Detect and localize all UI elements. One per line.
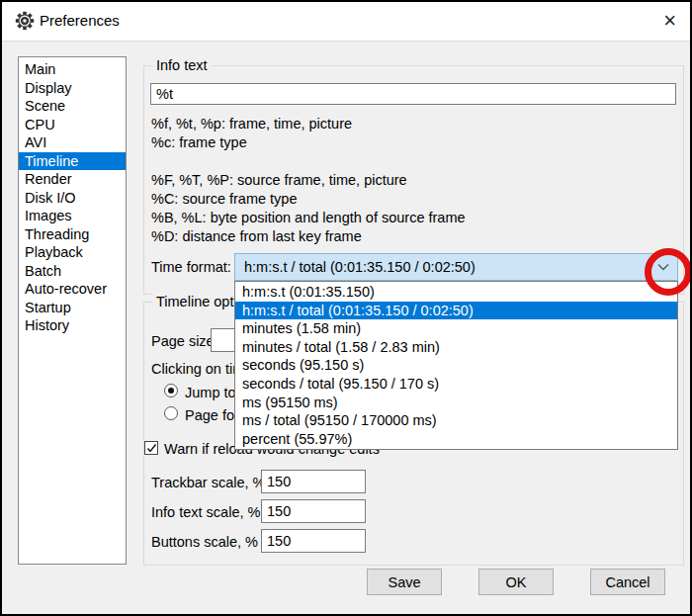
dialog-client-area: Preferences × MainDisplaySceneCPUAVITime… <box>2 2 690 614</box>
trackbar-scale-label: Trackbar scale, % <box>151 475 266 490</box>
cancel-button[interactable]: Cancel <box>590 569 665 595</box>
page-forward-radio-label: Page fo <box>185 407 234 423</box>
clicking-on-timeline-label: Clicking on tim <box>151 361 244 377</box>
info-text-help-2: %F, %T, %P: source frame, time, picture … <box>151 171 466 246</box>
time-format-dropdown-list[interactable]: h:m:s.t (0:01:35.150)h:m:s.t / total (0:… <box>234 281 678 450</box>
time-format-value: h:m:s.t / total (0:01:35.150 / 0:02:50) <box>244 254 476 280</box>
gear-icon <box>14 10 36 32</box>
close-icon[interactable]: × <box>663 8 676 34</box>
check-icon <box>146 443 157 454</box>
category-list[interactable]: MainDisplaySceneCPUAVITimelineRenderDisk… <box>18 56 127 565</box>
sidebar-item-startup[interactable]: Startup <box>19 299 126 317</box>
sidebar-item-scene[interactable]: Scene <box>19 97 126 116</box>
trackbar-scale-input[interactable] <box>261 470 366 493</box>
buttons-scale-input[interactable] <box>261 529 366 553</box>
info-text-help-1: %f, %t, %p: frame, time, picture %c: fra… <box>151 115 352 152</box>
jump-to-radio-label: Jump to <box>185 385 236 400</box>
preferences-window: Preferences × MainDisplaySceneCPUAVITime… <box>0 0 692 616</box>
sidebar-item-render[interactable]: Render <box>19 170 126 189</box>
title-bar: Preferences × <box>2 2 690 42</box>
sidebar-item-auto-recover[interactable]: Auto-recover <box>19 280 126 299</box>
sidebar-item-threading[interactable]: Threading <box>19 225 126 244</box>
info-text-input[interactable] <box>150 83 676 105</box>
time-format-label: Time format: <box>151 259 231 275</box>
jump-to-radio[interactable] <box>164 384 178 397</box>
time-format-option[interactable]: percent (55.97%) <box>235 430 677 449</box>
ok-button[interactable]: OK <box>478 569 554 595</box>
sidebar-item-batch[interactable]: Batch <box>19 262 126 281</box>
time-format-option[interactable]: minutes (1.58 min) <box>235 319 677 338</box>
time-format-option[interactable]: seconds (95.150 s) <box>235 356 677 375</box>
sidebar-item-playback[interactable]: Playback <box>19 243 126 262</box>
sidebar-item-main[interactable]: Main <box>19 60 126 79</box>
time-format-option[interactable]: ms / total (95150 / 170000 ms) <box>235 411 677 430</box>
chevron-down-icon <box>657 263 669 271</box>
page-size-label: Page size: <box>151 333 218 349</box>
time-format-combobox[interactable]: h:m:s.t / total (0:01:35.150 / 0:02:50) <box>234 253 678 281</box>
sidebar-item-display[interactable]: Display <box>19 79 126 98</box>
sidebar-item-disk-i-o[interactable]: Disk I/O <box>19 189 126 208</box>
buttons-scale-label: Buttons scale, % <box>151 534 258 550</box>
info-text-scale-label: Info text scale, % <box>151 504 260 520</box>
sidebar-item-timeline[interactable]: Timeline <box>19 152 126 171</box>
window-title: Preferences <box>40 12 120 29</box>
time-format-option[interactable]: minutes / total (1.58 / 2.83 min) <box>235 338 677 357</box>
info-text-scale-input[interactable] <box>261 499 366 523</box>
info-text-group-title: Info text <box>152 57 212 73</box>
sidebar-item-cpu[interactable]: CPU <box>19 116 126 134</box>
page-forward-radio[interactable] <box>164 406 178 420</box>
time-format-option[interactable]: h:m:s.t (0:01:35.150) <box>235 283 677 302</box>
save-button[interactable]: Save <box>367 569 442 595</box>
sidebar-item-history[interactable]: History <box>19 316 126 335</box>
time-format-option[interactable]: seconds / total (95.150 / 170 s) <box>235 375 677 394</box>
time-format-option[interactable]: h:m:s.t / total (0:01:35.150 / 0:02:50) <box>235 302 677 320</box>
warn-reload-checkbox[interactable] <box>144 441 158 455</box>
sidebar-item-images[interactable]: Images <box>19 207 126 225</box>
time-format-option[interactable]: ms (95150 ms) <box>235 394 677 412</box>
sidebar-item-avi[interactable]: AVI <box>19 133 126 152</box>
